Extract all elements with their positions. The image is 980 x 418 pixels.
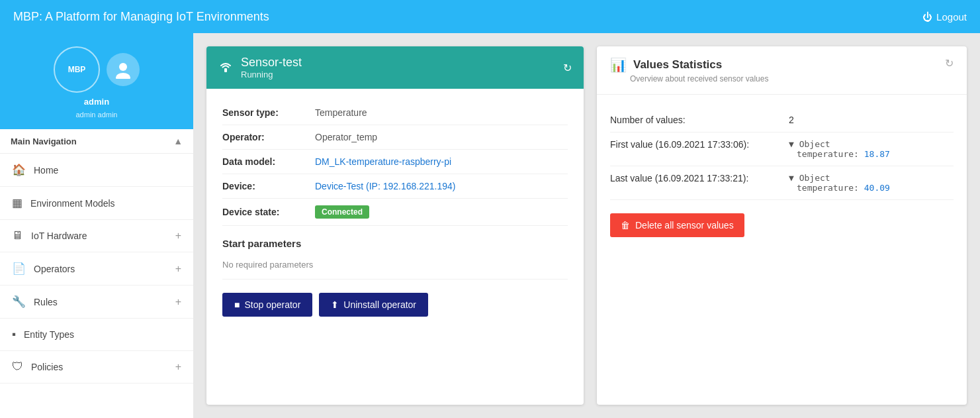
first-value-row: First value (16.09.2021 17:33:06): ▼ Obj…	[610, 132, 954, 166]
logo-text: MBP	[68, 65, 86, 74]
sidebar-item-entity-types[interactable]: ▪ Entity Types	[0, 319, 193, 351]
sensor-title: Sensor-test	[241, 56, 302, 70]
nav-label-iot-hardware: IoT Hardware	[31, 231, 87, 241]
last-value-tree: ▼ Objecttemperature: 40.09	[789, 173, 890, 193]
upload-icon: ⬆	[331, 299, 339, 310]
device-state-row: Device state: Connected	[222, 199, 568, 226]
stop-operator-button[interactable]: ■ Stop operator	[222, 293, 312, 317]
trash-icon: 🗑	[621, 220, 630, 231]
sidebar-item-env-models[interactable]: ▦ Environment Models	[0, 187, 193, 220]
body-row: MBP admin admin admin Main Navigation ▲ …	[0, 33, 980, 418]
data-model-label: Data model:	[222, 156, 315, 167]
stats-refresh-button[interactable]: ↻	[945, 57, 954, 70]
sidebar-profile: MBP admin admin admin	[0, 33, 193, 129]
nav-label-policies: Policies	[31, 362, 63, 372]
logo-area: MBP	[54, 46, 140, 93]
bar-chart-icon: 📊	[610, 57, 627, 73]
first-value-tree: ▼ Objecttemperature: 18.87	[789, 139, 890, 159]
operator-row: Operator: Operator_temp	[222, 125, 568, 150]
sensor-card: Sensor-test Running ↻ Sensor type: Tempe…	[206, 46, 584, 405]
iot-hardware-icon: 🖥	[12, 229, 23, 242]
user-icon	[114, 60, 132, 79]
sensor-status: Running	[241, 70, 302, 79]
app-title: MBP: A Platform for Managing IoT Environ…	[13, 10, 269, 24]
avatar	[107, 53, 140, 86]
main-content: Sensor-test Running ↻ Sensor type: Tempe…	[193, 33, 980, 418]
sidebar-item-home[interactable]: 🏠 Home	[0, 154, 193, 187]
last-value-row: Last value (16.09.2021 17:33:21): ▼ Obje…	[610, 166, 954, 200]
delete-sensor-values-button[interactable]: 🗑 Delete all sensor values	[610, 213, 744, 237]
sidebar-item-policies[interactable]: 🛡 Policies +	[0, 351, 193, 384]
operators-icon: 📄	[12, 262, 26, 276]
action-buttons: ■ Stop operator ⬆ Uninstall operator	[222, 293, 568, 323]
nav-label-home: Home	[34, 165, 58, 176]
uninstall-operator-button[interactable]: ⬆ Uninstall operator	[319, 293, 428, 317]
data-model-row: Data model: DM_LK-temperature-raspberry-…	[222, 150, 568, 174]
nav-heading-text: Main Navigation	[11, 136, 77, 146]
sensor-type-label: Sensor type:	[222, 107, 315, 118]
stats-title: Values Statistics	[633, 58, 722, 72]
wifi-icon	[218, 59, 233, 77]
device-row: Device: Device-Test (IP: 192.168.221.194…	[222, 174, 568, 199]
stats-subtitle: Overview about received sensor values	[630, 74, 768, 83]
first-value-label: First value (16.09.2021 17:33:06):	[610, 139, 782, 150]
device-label: Device:	[222, 181, 315, 191]
policies-icon: 🛡	[12, 360, 23, 374]
sensor-card-header: Sensor-test Running ↻	[206, 46, 584, 89]
nav-scroll-up-button[interactable]: ▲	[173, 136, 183, 146]
num-values-label: Number of values:	[610, 115, 782, 125]
policies-plus-icon: +	[175, 361, 181, 373]
svg-rect-2	[224, 68, 227, 72]
sidebar: MBP admin admin admin Main Navigation ▲ …	[0, 33, 193, 418]
sidebar-item-operators[interactable]: 📄 Operators +	[0, 252, 193, 286]
device-value: Device-Test (IP: 192.168.221.194)	[315, 181, 455, 191]
stats-body: Number of values: 2 First value (16.09.2…	[597, 95, 967, 405]
env-models-icon: ▦	[12, 196, 22, 210]
app-header: MBP: A Platform for Managing IoT Environ…	[0, 0, 980, 33]
last-value-label: Last value (16.09.2021 17:33:21):	[610, 173, 782, 183]
operators-plus-icon: +	[175, 263, 181, 275]
nav-list: 🏠 Home ▦ Environment Models 🖥 IoT Hardwa…	[0, 154, 193, 418]
sidebar-item-iot-hardware[interactable]: 🖥 IoT Hardware +	[0, 220, 193, 252]
logout-button[interactable]: ⏻ Logout	[922, 11, 967, 23]
nav-header: Main Navigation ▲	[0, 129, 193, 154]
stop-icon: ■	[234, 299, 240, 310]
rules-icon: 🔧	[12, 295, 26, 309]
iot-hardware-plus-icon: +	[175, 230, 181, 242]
num-values-value: 2	[789, 115, 794, 125]
svg-point-0	[119, 63, 127, 71]
stats-card-header: 📊 Values Statistics Overview about recei…	[597, 46, 967, 95]
rules-plus-icon: +	[175, 296, 181, 308]
power-icon: ⏻	[922, 11, 932, 23]
stats-card: 📊 Values Statistics Overview about recei…	[597, 46, 967, 405]
device-state-label: Device state:	[222, 207, 315, 217]
home-icon: 🏠	[12, 163, 26, 177]
sensor-body: Sensor type: Temperature Operator: Opera…	[206, 89, 584, 405]
operator-label: Operator:	[222, 132, 315, 142]
operator-value: Operator_temp	[315, 132, 377, 142]
start-params-section: Start parameters No required parameters	[222, 238, 568, 280]
nav-label-env-models: Environment Models	[30, 198, 115, 209]
nav-label-rules: Rules	[34, 297, 58, 307]
admin-name: admin	[84, 97, 109, 107]
no-params-text: No required parameters	[222, 256, 568, 280]
start-params-heading: Start parameters	[222, 238, 568, 249]
sensor-refresh-button[interactable]: ↻	[563, 62, 572, 74]
svg-point-1	[116, 73, 130, 79]
admin-full: admin admin	[76, 111, 118, 119]
sidebar-item-rules[interactable]: 🔧 Rules +	[0, 286, 193, 319]
nav-label-operators: Operators	[34, 264, 75, 274]
sensor-type-value: Temperature	[315, 107, 367, 118]
num-values-row: Number of values: 2	[610, 108, 954, 132]
sensor-type-row: Sensor type: Temperature	[222, 101, 568, 125]
entity-types-icon: ▪	[12, 328, 16, 341]
device-state-badge: Connected	[315, 205, 369, 219]
logo-circle: MBP	[54, 46, 100, 93]
nav-label-entity-types: Entity Types	[24, 329, 74, 340]
data-model-value: DM_LK-temperature-raspberry-pi	[315, 156, 451, 167]
